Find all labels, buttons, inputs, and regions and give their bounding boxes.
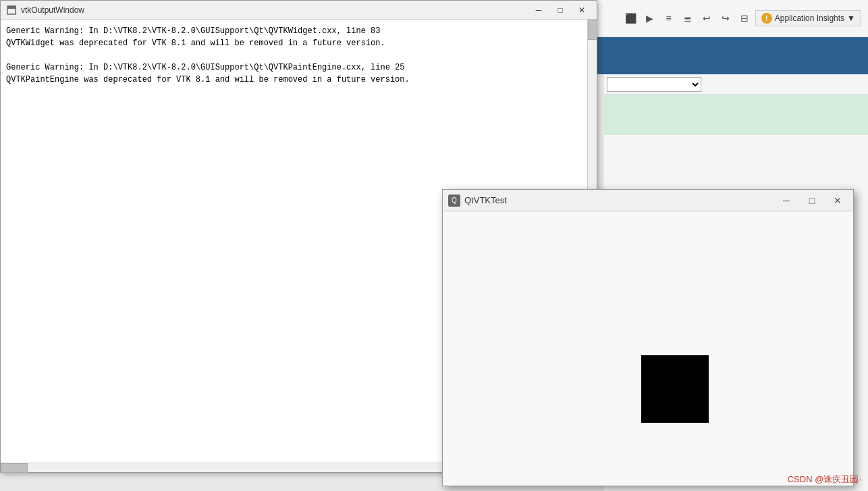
qtvtk-window-icon: Q <box>448 195 460 207</box>
vtk-minimize-button[interactable]: ─ <box>529 3 548 17</box>
app-insights-button[interactable]: ! Application Insights ▼ <box>755 10 861 26</box>
toolbar-icon-7[interactable]: ⊟ <box>736 10 753 26</box>
qtvtk-render-area[interactable] <box>443 211 853 486</box>
qtvtk-close-button[interactable]: ✕ <box>828 193 848 208</box>
ide-dropdown-select[interactable] <box>607 77 701 92</box>
vtk-message-1: Generic Warning: In D:\VTK8.2\VTK-8.2.0\… <box>6 25 591 49</box>
vtk-message-1-line2: QVTKWidget was deprecated for VTK 8.1 an… <box>6 37 591 49</box>
qtvtk-titlebar[interactable]: Q QtVTKTest ─ □ ✕ <box>443 190 853 211</box>
ide-dropdown-row <box>604 74 868 95</box>
toolbar-icon-1[interactable]: ⬛ <box>623 10 639 26</box>
vtk-window-icon <box>6 5 17 16</box>
app-insights-icon: ! <box>761 13 772 24</box>
vtk-window-controls: ─ □ ✕ <box>529 3 591 17</box>
qtvtk-window-controls: ─ □ ✕ <box>776 193 848 208</box>
vtk-message-1-line1: Generic Warning: In D:\VTK8.2\VTK-8.2.0\… <box>6 25 591 37</box>
qtvtk-window-title: QtVTKTest <box>464 195 776 205</box>
vtk-message-2: Generic Warning: In D:\VTK8.2\VTK-8.2.0\… <box>6 61 591 86</box>
ide-toolbar-icons: ⬛ ▶ ≡ ≣ ↩ ↪ ⊟ ! Application Insights ▼ <box>623 10 861 26</box>
toolbar-icon-4[interactable]: ≣ <box>680 10 696 26</box>
vtk-message-2-line2: QVTKPaintEngine was deprecated for VTK 8… <box>6 74 591 86</box>
vtk-scrollbar-thumb[interactable] <box>588 20 597 40</box>
csdn-watermark: CSDN @诛疾丑园· <box>788 473 861 486</box>
vtk-hscrollbar-thumb[interactable] <box>1 463 28 473</box>
toolbar-icon-6[interactable]: ↪ <box>717 10 734 26</box>
vtk-window-title: vtkOutputWindow <box>21 5 529 15</box>
qtvtk-maximize-button[interactable]: □ <box>802 193 822 208</box>
app-insights-dropdown-arrow: ▼ <box>847 14 855 23</box>
app-insights-label: Application Insights <box>775 14 844 23</box>
vtk-message-2-line1: Generic Warning: In D:\VTK8.2\VTK-8.2.0\… <box>6 61 591 74</box>
qtvtk-window: Q QtVTKTest ─ □ ✕ <box>442 189 854 486</box>
toolbar-icon-5[interactable]: ↩ <box>699 10 715 26</box>
vtk-maximize-button[interactable]: □ <box>551 3 570 17</box>
qtvtk-minimize-button[interactable]: ─ <box>776 193 796 208</box>
ide-green-area <box>604 95 868 135</box>
vtk-close-button[interactable]: ✕ <box>572 3 591 17</box>
svg-rect-1 <box>7 6 16 9</box>
toolbar-icon-2[interactable]: ▶ <box>642 10 658 26</box>
toolbar-icon-3[interactable]: ≡ <box>661 10 677 26</box>
vtk-render-output <box>641 355 709 423</box>
vtk-titlebar[interactable]: vtkOutputWindow ─ □ ✕ <box>1 1 597 20</box>
